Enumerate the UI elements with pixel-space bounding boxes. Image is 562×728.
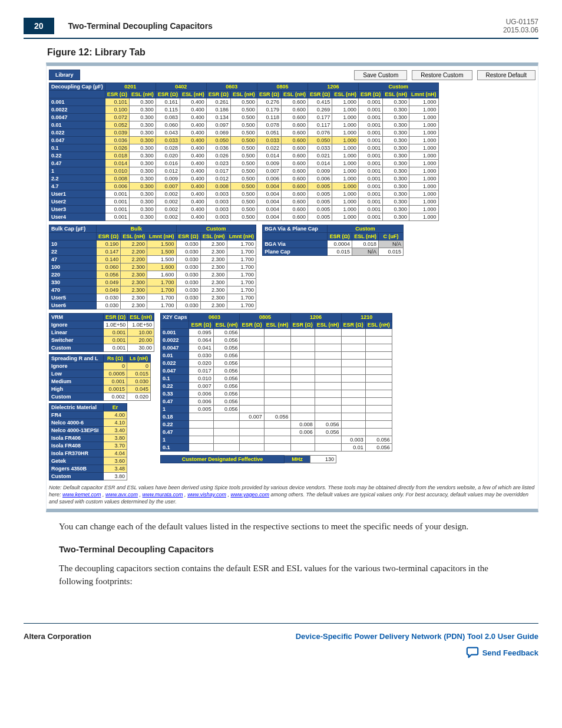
vendor-link[interactable]: www.kemet.com	[62, 492, 101, 498]
dielectric-table: Dielectric MaterialErFR44.00Nelco 4000-6…	[49, 403, 127, 480]
save-custom-button[interactable]: Save Custom	[354, 70, 407, 80]
page-header: 20 Two-Terminal Decoupling Capacitors UG…	[24, 18, 538, 39]
speech-bubble-icon	[466, 645, 479, 660]
decoupling-table: Decoupling Cap (µF)02010402060308051206C…	[49, 83, 439, 221]
library-tab[interactable]: Library	[49, 70, 80, 80]
x2y-caps-table: X2Y Caps0603080512061210ESR (Ω)ESL (nH)E…	[160, 313, 392, 452]
bga-via-table: BGA Via & Plane CapCustomESR (Ω)ESL (nH)…	[262, 225, 404, 256]
footer-company: Altera Corporation	[24, 632, 91, 641]
figure-caption: Figure 12: Library Tab	[47, 47, 538, 58]
body-paragraph-1: You can change each of the default value…	[59, 521, 515, 533]
section-title: Two-Terminal Decoupling Capacitors	[68, 21, 213, 31]
subsection-heading: Two-Terminal Decoupling Capacitors	[59, 544, 538, 554]
feffective-table: Customer Designated FeffectiveMHz130	[160, 455, 336, 463]
vendor-link[interactable]: www.vishay.com	[187, 492, 226, 498]
vendor-link[interactable]: www.yageo.com	[231, 492, 270, 498]
vendor-link[interactable]: www.murata.com	[143, 492, 183, 498]
restore-default-button[interactable]: Restore Default	[477, 70, 535, 80]
doc-meta: UG-01157 2015.03.06	[503, 18, 538, 34]
restore-custom-button[interactable]: Restore Custom	[412, 70, 472, 80]
library-tab-figure: Library Save Custom Restore Custom Resto…	[46, 62, 538, 512]
vrm-table: VRMESR (Ω)ESL (nH)Ignore1.0E+501.0E+50Li…	[49, 313, 154, 352]
footnote: Note: Default capacitor ESR and ESL valu…	[49, 484, 535, 505]
spreading-table: Spreading R and LRs (Ω)Ls (nH)Ignore00Lo…	[49, 354, 151, 401]
page-number: 20	[24, 18, 54, 34]
footer-guide-link[interactable]: Device-Specific Power Delivery Network (…	[296, 632, 538, 641]
send-feedback-link[interactable]: Send Feedback	[296, 645, 538, 660]
vendor-link[interactable]: www.avx.com	[105, 492, 138, 498]
body-paragraph-2: The decoupling capacitors section contai…	[59, 562, 515, 588]
page-footer: Altera Corporation Device-Specific Power…	[24, 623, 538, 660]
bulk-cap-table: Bulk Cap (µF)BulkCustomESR (Ω)ESL (nH)Lm…	[49, 225, 256, 309]
